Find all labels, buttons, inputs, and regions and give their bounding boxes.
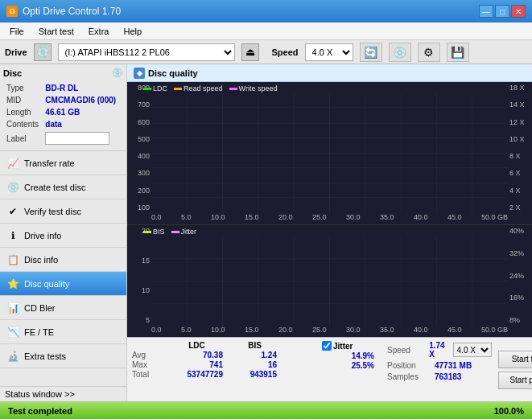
contents-value: data (43, 119, 122, 129)
extra-tests-icon: 🔬 (6, 350, 19, 363)
bottom-chart-y-left: 20 15 10 5 (127, 225, 151, 326)
length-value: 46.61 GB (43, 107, 122, 117)
disc-quality-label: Disc quality (24, 279, 69, 289)
progress-label: Test completed (3, 406, 72, 416)
eject-button[interactable]: ⏏ (241, 43, 259, 61)
sidebar-item-cd-bler[interactable]: 📊 CD Bler (0, 296, 126, 320)
sidebar-item-disc-quality[interactable]: ⭐ Disc quality (0, 272, 126, 296)
sidebar-item-verify-test-disc[interactable]: ✔ Verify test disc (0, 199, 126, 224)
speed-stat-select[interactable]: 4.0 X (453, 343, 492, 357)
disc-button[interactable]: 💿 (389, 43, 411, 62)
sidebar: Disc 💿 Type BD-R DL MID CMCMAGDI6 (000) … (0, 64, 127, 401)
cd-bler-label: CD Bler (24, 303, 56, 313)
drive-info-label: Drive info (24, 231, 61, 240)
position-row: Position 47731 MB (387, 361, 492, 370)
speed-stat-label: Speed (387, 346, 426, 355)
top-chart-legend: LDC Read speed Write speed (143, 84, 277, 92)
chart-header-icon: ◈ (134, 68, 145, 79)
max-label: Max (132, 360, 161, 369)
disc-info-table: Type BD-R DL MID CMCMAGDI6 (000) Length … (3, 81, 123, 147)
top-chart-y-right: 18 X 14 X 12 X 10 X 8 X 6 X 4 X 2 X (508, 82, 532, 213)
start-full-button[interactable]: Start full (498, 351, 532, 368)
speed-stat-value: 1.74 X (429, 341, 449, 359)
verify-test-disc-label: Verify test disc (24, 207, 81, 216)
chart-header: ◈ Disc quality (127, 64, 532, 82)
stats-total-row: Total 53747729 943915 (132, 370, 309, 379)
stats-avg-row: Avg 70.38 1.24 (132, 351, 309, 359)
samples-row: Samples 763183 (387, 372, 492, 381)
menu-extra[interactable]: Extra (82, 25, 116, 38)
disc-icon: 💿 (112, 68, 123, 78)
contents-label: Contents (5, 119, 42, 129)
save-button[interactable]: 💾 (447, 43, 469, 62)
legend-read-speed-label: Read speed (184, 84, 223, 92)
mid-label: MID (5, 95, 42, 105)
bottom-chart-y-right: 40% 32% 24% 16% 8% (508, 225, 532, 326)
speed-select[interactable]: 4.0 X (305, 43, 353, 61)
menu-help[interactable]: Help (117, 25, 148, 38)
legend-read-speed: Read speed (174, 84, 223, 92)
ldc-column-header: LDC (171, 341, 223, 350)
disc-section-header: Disc 💿 (3, 68, 123, 78)
nav-section: 📈 Transfer rate 💿 Create test disc ✔ Ver… (0, 151, 126, 386)
length-label: Length (5, 107, 42, 117)
disc-length-row: Length 46.61 GB (5, 107, 122, 117)
position-label: Position (387, 361, 431, 370)
jitter-checkbox[interactable] (322, 341, 332, 351)
disc-contents-row: Contents data (5, 119, 122, 129)
app-icon: O (6, 6, 18, 17)
transfer-rate-label: Transfer rate (24, 158, 75, 168)
button-section: Start full Start part (498, 341, 532, 398)
label-input[interactable] (45, 132, 109, 145)
jitter-section: Jitter 14.9% 25.5% (322, 341, 374, 398)
sidebar-item-fe-te[interactable]: 📉 FE / TE (0, 320, 126, 344)
chart-area: ◈ Disc quality LDC Read speed (127, 64, 532, 401)
sidebar-item-drive-info[interactable]: ℹ Drive info (0, 224, 126, 248)
sidebar-item-extra-tests[interactable]: 🔬 Extra tests (0, 344, 126, 368)
legend-bis-label: BIS (153, 228, 165, 236)
legend-jitter-label: Jitter (181, 228, 197, 236)
drive-bar: Drive 💿 (I:) ATAPI iHBS112 2 PL06 ⏏ Spee… (0, 40, 532, 64)
type-label: Type (5, 83, 42, 93)
refresh-button[interactable]: 🔄 (360, 43, 382, 62)
sidebar-item-create-test-disc[interactable]: 💿 Create test disc (0, 175, 126, 199)
disc-section: Disc 💿 Type BD-R DL MID CMCMAGDI6 (000) … (0, 64, 126, 151)
menu-file[interactable]: File (3, 25, 31, 38)
speed-label: Speed (272, 47, 299, 57)
start-part-button[interactable]: Start part (498, 372, 532, 389)
max-ldc-value: 741 (171, 360, 223, 369)
title-bar: O Opti Drive Control 1.70 — □ ✕ (0, 0, 532, 23)
progress-bar-container: Test completed 100.0% (0, 401, 532, 419)
speed-position-section: Speed 1.74 X 4.0 X Position 47731 MB Sam… (387, 341, 492, 398)
menu-start-test[interactable]: Start test (32, 25, 80, 38)
max-bis-value: 16 (233, 360, 277, 369)
disc-info-label: Disc info (24, 255, 58, 265)
sidebar-item-disc-info[interactable]: 📋 Disc info (0, 248, 126, 272)
top-chart: LDC Read speed Write speed 800 700 600 (127, 82, 532, 224)
bottom-chart-legend: BIS Jitter (143, 228, 196, 236)
settings-button[interactable]: ⚙ (418, 43, 440, 62)
minimize-button[interactable]: — (479, 5, 493, 18)
avg-bis-value: 1.24 (233, 351, 277, 359)
sidebar-item-transfer-rate[interactable]: 📈 Transfer rate (0, 151, 126, 175)
legend-ldc: LDC (143, 84, 167, 92)
stats-max-row: Max 741 16 (132, 360, 309, 369)
maximize-button[interactable]: □ (495, 5, 509, 18)
legend-jitter: Jitter (171, 228, 197, 236)
disc-label-row: Label (5, 131, 122, 146)
bottom-chart-x-axis: 0.0 5.0 10.0 15.0 20.0 25.0 30.0 35.0 40… (151, 326, 508, 337)
drive-select[interactable]: (I:) ATAPI iHBS112 2 PL06 (58, 43, 235, 61)
avg-label: Avg (132, 351, 161, 359)
legend-write-speed-label: Write speed (239, 84, 278, 92)
avg-jitter-value: 14.9% (322, 351, 374, 360)
top-chart-x-axis: 0.0 5.0 10.0 15.0 20.0 25.0 30.0 35.0 40… (151, 213, 508, 224)
stats-row-label-spacer (132, 341, 161, 350)
disc-info-icon: 📋 (6, 253, 19, 266)
status-window-toggle[interactable]: Status window >> (0, 386, 126, 401)
cd-bler-icon: 📊 (6, 302, 19, 314)
disc-quality-icon: ⭐ (6, 277, 19, 290)
close-button[interactable]: ✕ (511, 5, 526, 18)
legend-ldc-label: LDC (153, 84, 167, 92)
drive-info-icon: ℹ (6, 229, 19, 242)
bis-column-header: BIS (233, 341, 277, 350)
